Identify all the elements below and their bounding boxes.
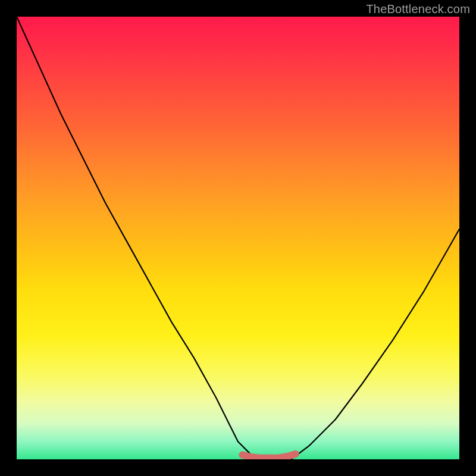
valley-flat-marker-line [242,454,295,458]
bottleneck-curve-line [17,17,459,459]
curve-svg [17,17,459,459]
watermark-text: TheBottleneck.com [366,2,470,16]
plot-area [17,17,459,459]
chart-frame: TheBottleneck.com [0,0,476,476]
